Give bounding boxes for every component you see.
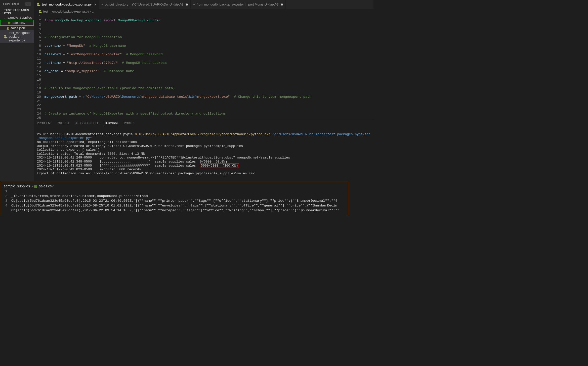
- chevron-down-icon: ⌄: [4, 16, 6, 19]
- terminal-content[interactable]: PS C:\Users\USUARIO\Documents\test packa…: [34, 127, 373, 181]
- file-sales-json[interactable]: {} sales.json: [0, 26, 34, 30]
- json-icon: {}: [7, 26, 9, 30]
- csv-icon: ▦: [34, 184, 37, 188]
- chevron-down-icon: ⌄: [1, 10, 3, 13]
- highlighted-progress: 5000/5000 (100.0%): [200, 163, 239, 168]
- python-icon: 🐍: [38, 10, 42, 13]
- tab-untitled-1[interactable]: ≡ output_directory = r"C:\Users\USUARIO\…: [99, 0, 191, 9]
- dirty-indicator: [281, 4, 283, 6]
- python-icon: 🐍: [36, 3, 40, 6]
- csv-editor[interactable]: 1234 _id,saleDate,items,storeLocation,cu…: [1, 189, 348, 215]
- close-icon[interactable]: ×: [94, 3, 96, 7]
- text-icon: ≡: [193, 3, 195, 6]
- tab-terminal[interactable]: TERMINAL: [104, 120, 118, 126]
- tab-bar: 🐍 test_mongodb-backup-exporter.py × ≡ ou…: [34, 0, 373, 9]
- tab-ports[interactable]: PORTS: [124, 120, 134, 126]
- python-icon: 🐍: [4, 35, 8, 38]
- dirty-indicator: [186, 4, 188, 6]
- tab-problems[interactable]: PROBLEMS: [37, 120, 52, 126]
- csv-content[interactable]: _id,saleDate,items,storeLocation,custome…: [11, 189, 348, 215]
- terminal-panel: PROBLEMS OUTPUT DEBUG CONSOLE TERMINAL P…: [34, 119, 373, 181]
- tab-main-file[interactable]: 🐍 test_mongodb-backup-exporter.py ×: [34, 0, 99, 9]
- explorer-title: EXPLORER: [3, 3, 19, 6]
- csv-icon: ▦: [8, 21, 11, 25]
- csv-breadcrumb[interactable]: sample_supplies › ▦ sales.csv: [1, 182, 348, 189]
- more-button[interactable]: ···: [25, 2, 31, 6]
- terminal-tabs: PROBLEMS OUTPUT DEBUG CONSOLE TERMINAL P…: [34, 119, 373, 127]
- tab-debug-console[interactable]: DEBUG CONSOLE: [75, 120, 99, 126]
- code-editor[interactable]: 1234567891011121314151617181920212223242…: [34, 14, 373, 119]
- code-content[interactable]: from mongodb_backup_exporter import Mong…: [45, 14, 373, 119]
- sidebar: EXPLORER ··· ⌄ TEST PACKAGES PYPI ⌄ samp…: [0, 0, 34, 181]
- csv-preview-panel: sample_supplies › ▦ sales.csv 1234 _id,s…: [1, 182, 348, 215]
- tab-untitled-2[interactable]: ≡ from mongodb_backup_exporter import Mo…: [191, 0, 286, 9]
- file-test-mongodb-py[interactable]: 🐍 test_mongodb-backup-exporter.py: [0, 30, 34, 43]
- folder-sample-supplies[interactable]: ⌄ sample_supplies: [0, 15, 34, 20]
- csv-gutter: 1234: [1, 189, 11, 215]
- workspace-section[interactable]: ⌄ TEST PACKAGES PYPI: [0, 8, 34, 15]
- gutter: 1234567891011121314151617181920212223242…: [34, 14, 45, 119]
- text-icon: ≡: [101, 3, 103, 6]
- breadcrumb[interactable]: 🐍 test_mongodb-backup-exporter.py › ...: [34, 9, 373, 14]
- file-sales-csv[interactable]: ▦ sales.csv: [0, 20, 34, 26]
- tab-output[interactable]: OUTPUT: [58, 120, 69, 126]
